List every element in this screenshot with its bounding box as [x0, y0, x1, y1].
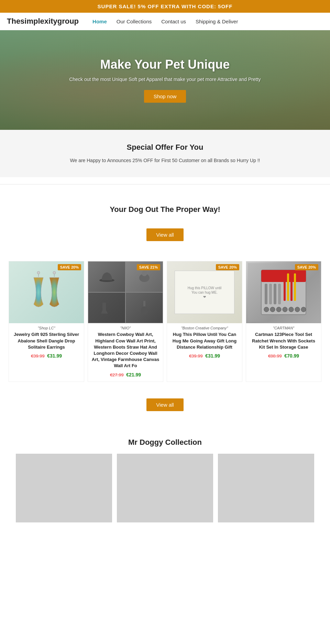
view-all-bottom-container: View all — [0, 389, 330, 428]
product-price-3: €39.99 €31.99 — [167, 353, 242, 359]
svg-point-24 — [289, 307, 294, 312]
mr-doggy-card-1[interactable] — [16, 454, 112, 522]
cowboy-hat-icon — [98, 268, 116, 285]
save-badge-4: SAVE 20% — [295, 264, 318, 270]
svg-point-26 — [301, 307, 306, 312]
svg-point-22 — [276, 307, 281, 312]
tools-inner — [248, 263, 319, 322]
save-badge-2: SAVE 21% — [137, 264, 160, 270]
divider-1 — [0, 184, 330, 184]
price-new-3: €31.99 — [205, 353, 220, 359]
hero-subtitle: Check out the most Unique Soft pet Appar… — [69, 76, 261, 83]
product-title-4: Cartman 123Piece Tool Set Ratchet Wrench… — [246, 331, 321, 350]
price-old-4: €88.99 — [268, 353, 282, 359]
view-all-bottom-button[interactable]: View all — [146, 398, 183, 411]
pillow-inner: Hug this PILLOW untilYou can hug ME.❤ — [175, 271, 234, 314]
mr-doggy-card-3[interactable] — [218, 454, 314, 522]
svg-rect-13 — [269, 284, 272, 304]
svg-point-21 — [270, 307, 275, 312]
svg-point-6 — [142, 271, 147, 276]
svg-point-20 — [264, 307, 269, 312]
product-title-1: Jewelry Gift 925 Sterling Silver Abalone… — [9, 331, 84, 350]
product-card-4[interactable]: SAVE 20% — [246, 261, 321, 382]
hero-content: Make Your Pet Unique Check out the most … — [69, 57, 261, 103]
cow-icon — [136, 268, 153, 285]
site-logo[interactable]: Thesimplexitygroup — [7, 17, 79, 26]
svg-point-25 — [295, 307, 300, 312]
svg-rect-15 — [278, 284, 281, 304]
shop-label-3: "Boston Creative Company" — [167, 326, 242, 330]
cowboy-cell-4 — [125, 292, 163, 323]
svg-point-1 — [37, 271, 40, 274]
cowboy-cell-1 — [88, 261, 125, 292]
cowboy-collage — [88, 261, 163, 323]
mr-doggy-grid — [7, 454, 323, 526]
svg-rect-12 — [265, 284, 267, 304]
price-new-1: €31.99 — [47, 353, 62, 359]
save-badge-3: SAVE 20% — [216, 264, 239, 270]
nav-collections[interactable]: Our Collections — [117, 19, 152, 24]
product-card-3[interactable]: SAVE 20% Hug this PILLOW untilYou can hu… — [167, 261, 242, 382]
shop-label-1: "Shop LC" — [9, 326, 84, 330]
shop-label-2: "NIIO" — [88, 326, 163, 330]
special-offer-section: Special Offer For You We are Happy to An… — [0, 130, 330, 177]
price-new-4: €70.99 — [284, 353, 299, 359]
product-card-1[interactable]: SAVE 20% — [9, 261, 84, 382]
mr-doggy-section: Mr Doggy Collection — [0, 428, 330, 526]
earrings-svg — [31, 270, 62, 315]
tools-svg — [260, 267, 308, 318]
svg-point-23 — [283, 307, 287, 312]
product-image-1: SAVE 20% — [9, 261, 84, 323]
svg-rect-7 — [102, 303, 106, 311]
product-image-2: SAVE 21% — [88, 261, 163, 323]
boots-icon — [98, 299, 116, 316]
svg-rect-17 — [287, 273, 289, 301]
price-old-2: €27.99 — [110, 372, 124, 377]
special-offer-text: We are Happy to Announces 25% OFF for Fi… — [7, 157, 323, 164]
nav-shipping[interactable]: Shipping & Deliver — [196, 19, 238, 24]
svg-point-9 — [141, 306, 148, 315]
product-price-2: €27.99 €21.99 — [88, 372, 163, 377]
shop-label-4: "CARTMAN" — [246, 326, 321, 330]
nav-home[interactable]: Home — [92, 19, 107, 24]
cowboy-cell-3 — [88, 292, 125, 323]
product-price-1: €39.99 €31.99 — [9, 353, 84, 359]
product-image-3: SAVE 20% Hug this PILLOW untilYou can hu… — [167, 261, 242, 323]
mr-doggy-card-2[interactable] — [117, 454, 213, 522]
hero-title: Make Your Pet Unique — [69, 57, 261, 72]
guitar-icon — [136, 299, 153, 316]
main-nav: Home Our Collections Contact us Shipping… — [92, 19, 238, 24]
dog-section: Your Dog Out The Proper Way! View all — [0, 191, 330, 254]
special-offer-title: Special Offer For You — [7, 143, 323, 152]
nav-contact[interactable]: Contact us — [161, 19, 186, 24]
products-grid: SAVE 20% — [0, 254, 330, 388]
hero-cta-button[interactable]: Shop now — [144, 90, 186, 103]
dog-section-title: Your Dog Out The Proper Way! — [7, 205, 323, 214]
svg-rect-14 — [274, 284, 276, 304]
price-new-2: €21.99 — [126, 372, 141, 377]
product-price-4: €88.99 €70.99 — [246, 353, 321, 359]
product-title-3: Hug This Pillow Until You Can Hug Me Goi… — [167, 331, 242, 350]
promo-banner: SUPER SALE! 5% OFF EXTRA WITH CODE: 5OFF — [0, 0, 330, 13]
price-old-1: €39.99 — [31, 353, 45, 359]
svg-point-3 — [53, 271, 56, 274]
save-badge-1: SAVE 20% — [58, 264, 81, 270]
hero-section: Make Your Pet Unique Check out the most … — [0, 30, 330, 130]
svg-rect-19 — [294, 273, 296, 301]
product-card-2[interactable]: SAVE 21% — [88, 261, 163, 382]
mr-doggy-title: Mr Doggy Collection — [7, 438, 323, 447]
header: Thesimplexitygroup Home Our Collections … — [0, 13, 330, 30]
promo-text: SUPER SALE! 5% OFF EXTRA WITH CODE: 5OFF — [98, 3, 233, 9]
price-old-3: €39.99 — [189, 353, 203, 359]
product-image-4: SAVE 20% — [246, 261, 321, 323]
svg-rect-16 — [284, 273, 286, 301]
svg-rect-18 — [290, 273, 293, 301]
view-all-top-button[interactable]: View all — [146, 228, 183, 241]
product-title-2: Western Cowboy Wall Art, Highland Cow Wa… — [88, 331, 163, 369]
